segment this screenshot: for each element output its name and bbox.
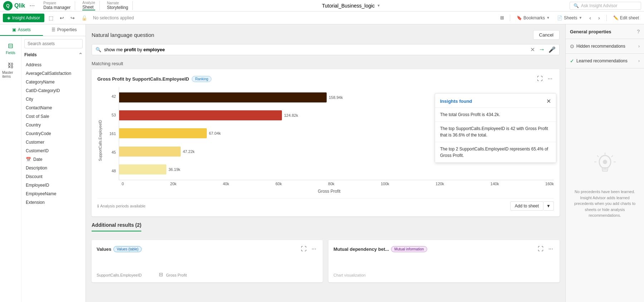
center-panel: Natural language question Cancel 🔍 show … bbox=[86, 24, 565, 302]
voice-search-button[interactable]: 🎤 bbox=[548, 46, 556, 53]
prev-sheet-button[interactable]: ‹ bbox=[587, 14, 593, 22]
sidebar-item-fields[interactable]: ⊟ Fields bbox=[0, 40, 21, 57]
insight-item-insight1: The total Gross Profit is 434.2k. bbox=[435, 108, 556, 122]
bar-value-42: 158.94k bbox=[329, 95, 343, 100]
svg-rect-4 bbox=[602, 170, 608, 171]
mutual-dep-card: Mutual dependency bet... Mutual informat… bbox=[328, 240, 560, 282]
bookmarks-button[interactable]: 🔖 Bookmarks ▼ bbox=[514, 14, 552, 22]
expand-chart-button[interactable]: ⛶ bbox=[536, 75, 544, 83]
undo-button[interactable]: ↩ bbox=[58, 14, 66, 22]
field-item-catid-categoryid[interactable]: CatID-CategoryID bbox=[24, 86, 83, 95]
field-label: CategoryName bbox=[26, 80, 55, 85]
hidden-recommendations-item[interactable]: ⊙ Hidden recommendations › bbox=[566, 39, 644, 54]
bar-fill-45 bbox=[119, 147, 181, 157]
field-label: Address bbox=[26, 62, 42, 67]
field-label: CatID-CategoryID bbox=[26, 88, 60, 93]
master-items-icon: ⛓ bbox=[8, 62, 14, 69]
more-options-icon[interactable]: ··· bbox=[28, 2, 36, 9]
ask-advisor-input[interactable]: 🔍 Ask Insight Advisor bbox=[570, 2, 641, 10]
search-assets-input[interactable] bbox=[24, 39, 83, 48]
mutual-dep-card-content: Chart visualization bbox=[333, 256, 555, 277]
redo-button[interactable]: ↪ bbox=[68, 14, 77, 22]
values-card: Values Values (table) ⛶ ··· SupportCalls… bbox=[92, 240, 323, 282]
right-panel-content: No precedents have been learned. Insight… bbox=[566, 68, 644, 302]
clear-search-button[interactable]: ✕ bbox=[530, 46, 535, 53]
field-item-address[interactable]: Address bbox=[24, 61, 83, 69]
left-panel-sidebar: ⊟ Fields ⛓ Master items bbox=[0, 36, 21, 302]
sidebar-item-master-items[interactable]: ⛓ Master items bbox=[0, 60, 21, 81]
cancel-button[interactable]: Cancel bbox=[533, 30, 560, 40]
insight-advisor-button[interactable]: ◈ Insight Advisor bbox=[3, 14, 44, 22]
tab-assets[interactable]: ▣ Assets bbox=[0, 24, 43, 36]
fields-list-container: Fields ⌃ AddressAverageCallSatisfactionC… bbox=[21, 36, 86, 302]
field-item-city[interactable]: City bbox=[24, 95, 83, 104]
toolbar: ◈ Insight Advisor ⬚ ↩ ↪ 🔒 No selections … bbox=[0, 11, 644, 24]
select-region-button[interactable]: ⬚ bbox=[47, 14, 55, 22]
values-more-options-button[interactable]: ··· bbox=[310, 245, 318, 253]
add-to-sheet-dropdown-button[interactable]: ▼ bbox=[543, 201, 554, 211]
bar-fill-42 bbox=[119, 92, 327, 102]
y-axis-title: SupportCalls.EmployeeID bbox=[97, 120, 103, 161]
right-panel-header: General properties ? bbox=[566, 24, 644, 39]
field-item-employee-id[interactable]: EmployeeID bbox=[24, 181, 83, 190]
top-nav-right: 🔍 Ask Insight Advisor bbox=[570, 2, 641, 10]
learned-recommendations-item[interactable]: ✓ Learned recommendations › bbox=[566, 54, 644, 68]
expand-mutual-button[interactable]: ⛶ bbox=[536, 245, 545, 253]
insight-item-insight3: The top 2 SupportCalls.EmployeeID repres… bbox=[435, 142, 556, 163]
chart-header: Gross Profit by SupportCalls.EmployeeID … bbox=[97, 75, 554, 83]
field-label: EmployeeID bbox=[26, 183, 49, 188]
matching-result-label: Matching result bbox=[92, 61, 560, 66]
prepare-section[interactable]: Prepare Data manager bbox=[39, 1, 75, 10]
field-label: City bbox=[26, 97, 33, 102]
field-item-description[interactable]: Description bbox=[24, 164, 83, 172]
field-item-cost-of-sale[interactable]: Cost of Sale bbox=[24, 112, 83, 121]
field-item-avg-call-sat[interactable]: AverageCallSatisfaction bbox=[24, 69, 83, 78]
mutual-dep-card-header: Mutual dependency bet... Mutual informat… bbox=[333, 245, 555, 253]
field-label: AverageCallSatisfaction bbox=[26, 71, 71, 76]
field-item-employee-name[interactable]: EmployeeName bbox=[24, 190, 83, 198]
x-axis-label: 120k bbox=[436, 182, 444, 186]
edit-sheet-button[interactable]: ✏️ Edit sheet bbox=[611, 14, 641, 22]
add-to-sheet-button[interactable]: Add to sheet bbox=[510, 201, 543, 211]
x-axis-title: Gross Profit bbox=[104, 189, 554, 194]
field-item-date[interactable]: 📅Date bbox=[24, 155, 83, 164]
field-item-customer-id[interactable]: CustomerID bbox=[24, 147, 83, 155]
additional-results-section: Additional results (2) Values Values (ta… bbox=[92, 222, 560, 282]
grid-view-icon[interactable]: ⊞ bbox=[499, 14, 506, 22]
field-item-contact-name[interactable]: ContactName bbox=[24, 104, 83, 112]
field-item-country-code[interactable]: CountryCode bbox=[24, 129, 83, 138]
field-label: Discount bbox=[26, 174, 43, 179]
learned-rec-icon: ✓ bbox=[570, 58, 574, 64]
field-item-category-name[interactable]: CategoryName bbox=[24, 78, 83, 86]
fields-header-collapse-icon[interactable]: ⌃ bbox=[78, 52, 83, 58]
insights-panel-close-button[interactable]: ✕ bbox=[546, 98, 551, 105]
field-item-extension[interactable]: Extension bbox=[24, 198, 83, 207]
chart-more-options-button[interactable]: ··· bbox=[546, 75, 554, 83]
next-sheet-button[interactable]: › bbox=[596, 14, 602, 22]
field-item-country[interactable]: Country bbox=[24, 121, 83, 129]
filter-icon: ⊟ bbox=[159, 272, 163, 277]
right-panel-title: General properties bbox=[570, 29, 611, 34]
field-item-customer[interactable]: Customer bbox=[24, 138, 83, 147]
assets-icon: ▣ bbox=[12, 27, 16, 32]
lock-button[interactable]: 🔒 bbox=[79, 14, 89, 22]
bar-value-45: 47.22k bbox=[183, 149, 195, 154]
mutual-more-options-button[interactable]: ··· bbox=[547, 245, 555, 253]
app-title-dropdown-icon[interactable]: ▼ bbox=[377, 4, 380, 8]
values-badge: Values (table) bbox=[113, 246, 142, 252]
sheets-button[interactable]: 📄 Sheets ▼ bbox=[555, 14, 584, 22]
search-bar[interactable]: 🔍 show me profit by employee ✕ → 🎤 bbox=[92, 44, 560, 55]
tab-properties[interactable]: ☰ Properties bbox=[43, 24, 86, 36]
expand-values-button[interactable]: ⛶ bbox=[299, 245, 308, 253]
analyze-section[interactable]: Analyze Sheet bbox=[78, 1, 100, 10]
fields-list: AddressAverageCallSatisfactionCategoryNa… bbox=[24, 61, 83, 207]
section-header: Natural language question Cancel bbox=[92, 30, 560, 40]
svg-text:Q: Q bbox=[6, 3, 10, 8]
field-item-discount[interactable]: Discount bbox=[24, 172, 83, 181]
right-panel-help-button[interactable]: ? bbox=[637, 29, 640, 34]
bar-row-48[interactable]: 36.19k bbox=[119, 163, 551, 176]
submit-search-button[interactable]: → bbox=[538, 46, 545, 53]
bar-fill-53 bbox=[119, 110, 282, 120]
app-logo[interactable]: Q Qlik bbox=[3, 1, 25, 11]
narrate-section[interactable]: Narrate Storytelling bbox=[103, 1, 133, 10]
